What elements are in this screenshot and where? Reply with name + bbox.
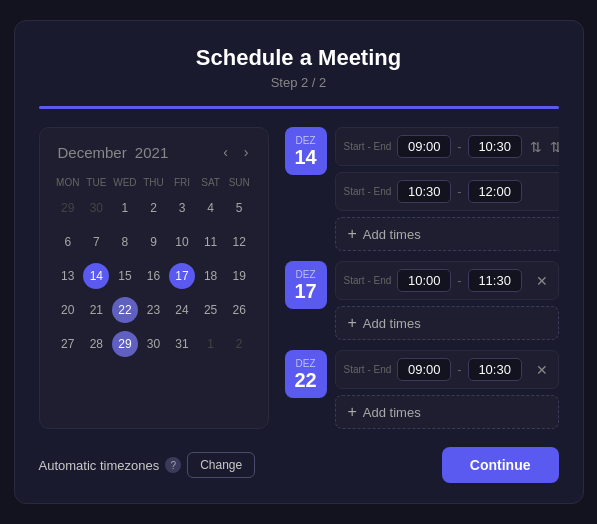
time-row: Start - End-✕ (335, 172, 559, 211)
calendar-day[interactable]: 5 (225, 191, 254, 225)
time-row-actions: ⇅⇅✕ (528, 137, 559, 157)
calendar-day[interactable]: 29 (111, 327, 140, 361)
time-separator: - (457, 273, 461, 288)
calendar-day[interactable]: 27 (54, 327, 83, 361)
continue-button[interactable]: Continue (442, 447, 559, 483)
calendar-prev-button[interactable]: ‹ (218, 142, 233, 162)
help-icon[interactable]: ? (165, 457, 181, 473)
time-label: Start - End (344, 364, 392, 375)
time-row: Start - End-✕ (335, 261, 559, 300)
delete-time-button[interactable]: ✕ (534, 360, 550, 380)
change-button[interactable]: Change (187, 452, 255, 478)
calendar-day[interactable]: 11 (196, 225, 225, 259)
start-time-input[interactable] (397, 180, 451, 203)
calendar-day[interactable]: 2 (225, 327, 254, 361)
calendar-day[interactable]: 12 (225, 225, 254, 259)
time-separator: - (457, 362, 461, 377)
add-times-label: Add times (363, 227, 421, 242)
calendar-day[interactable]: 17 (168, 259, 197, 293)
modal: Schedule a Meeting Step 2 / 2 December 2… (14, 20, 584, 504)
calendar-day[interactable]: 8 (111, 225, 140, 259)
calendar: December 2021 ‹ › MONTUEWEDTHUFRISATSUN … (39, 127, 269, 429)
calendar-day[interactable]: 20 (54, 293, 83, 327)
calendar-day[interactable]: 14 (82, 259, 111, 293)
time-label: Start - End (344, 141, 392, 152)
calendar-weekday-header: MON (54, 174, 83, 191)
calendar-weekday-header: SUN (225, 174, 254, 191)
calendar-day[interactable]: 7 (82, 225, 111, 259)
add-times-label: Add times (363, 405, 421, 420)
calendar-month: December 2021 (54, 144, 169, 161)
calendar-weekday-header: FRI (168, 174, 197, 191)
date-badge: Dez17 (285, 261, 327, 309)
calendar-day[interactable]: 23 (139, 293, 168, 327)
calendar-weekday-header: WED (111, 174, 140, 191)
modal-step: Step 2 / 2 (39, 75, 559, 90)
date-badge: Dez22 (285, 350, 327, 398)
delete-time-button[interactable]: ✕ (534, 271, 550, 291)
add-times-button[interactable]: +Add times (335, 217, 559, 251)
end-time-input[interactable] (468, 358, 522, 381)
calendar-day[interactable]: 30 (82, 191, 111, 225)
calendar-day[interactable]: 19 (225, 259, 254, 293)
calendar-day[interactable]: 1 (196, 327, 225, 361)
calendar-day[interactable]: 1 (111, 191, 140, 225)
progress-bar (39, 106, 559, 109)
date-badge-day: 17 (294, 280, 316, 302)
calendar-day[interactable]: 21 (82, 293, 111, 327)
calendar-day[interactable]: 22 (111, 293, 140, 327)
calendar-next-button[interactable]: › (239, 142, 254, 162)
date-badge-month: Dez (296, 358, 316, 369)
calendar-day[interactable]: 31 (168, 327, 197, 361)
auto-timezone-label: Automatic timezones (39, 458, 160, 473)
calendar-day[interactable]: 10 (168, 225, 197, 259)
add-times-label: Add times (363, 316, 421, 331)
date-group: Dez17Start - End-✕+Add times (285, 261, 559, 340)
start-time-input[interactable] (397, 358, 451, 381)
calendar-day[interactable]: 16 (139, 259, 168, 293)
calendar-day[interactable]: 2 (139, 191, 168, 225)
footer: Automatic timezones ? Change Continue (39, 447, 559, 483)
progress-fill (39, 106, 559, 109)
content-area: December 2021 ‹ › MONTUEWEDTHUFRISATSUN … (39, 127, 559, 429)
time-entries: Start - End-✕+Add times (335, 261, 559, 340)
swap-time-button[interactable]: ⇅ (548, 137, 559, 157)
date-badge-day: 14 (294, 146, 316, 168)
calendar-day[interactable]: 3 (168, 191, 197, 225)
calendar-day[interactable]: 4 (196, 191, 225, 225)
modal-title: Schedule a Meeting (39, 45, 559, 71)
calendar-day[interactable]: 24 (168, 293, 197, 327)
swap-time-button[interactable]: ⇅ (528, 137, 544, 157)
time-label: Start - End (344, 186, 392, 197)
time-row-actions: ✕ (534, 271, 550, 291)
calendar-weekday-header: SAT (196, 174, 225, 191)
calendar-weekday-header: THU (139, 174, 168, 191)
start-time-input[interactable] (397, 269, 451, 292)
calendar-day[interactable]: 28 (82, 327, 111, 361)
time-row: Start - End-⇅⇅✕ (335, 127, 559, 166)
date-group: Dez14Start - End-⇅⇅✕Start - End-✕+Add ti… (285, 127, 559, 251)
date-badge: Dez14 (285, 127, 327, 175)
add-times-button[interactable]: +Add times (335, 306, 559, 340)
calendar-nav: ‹ › (218, 142, 253, 162)
right-panel: Dez14Start - End-⇅⇅✕Start - End-✕+Add ti… (285, 127, 559, 429)
calendar-day[interactable]: 26 (225, 293, 254, 327)
calendar-day[interactable]: 6 (54, 225, 83, 259)
end-time-input[interactable] (468, 180, 522, 203)
calendar-header: December 2021 ‹ › (54, 142, 254, 162)
calendar-day[interactable]: 30 (139, 327, 168, 361)
calendar-day[interactable]: 29 (54, 191, 83, 225)
calendar-day[interactable]: 13 (54, 259, 83, 293)
calendar-day[interactable]: 15 (111, 259, 140, 293)
calendar-day[interactable]: 9 (139, 225, 168, 259)
calendar-grid: MONTUEWEDTHUFRISATSUN 293012345678910111… (54, 174, 254, 361)
calendar-day[interactable]: 25 (196, 293, 225, 327)
time-entries: Start - End-⇅⇅✕Start - End-✕+Add times (335, 127, 559, 251)
add-times-button[interactable]: +Add times (335, 395, 559, 429)
calendar-day[interactable]: 18 (196, 259, 225, 293)
time-separator: - (457, 184, 461, 199)
end-time-input[interactable] (468, 269, 522, 292)
end-time-input[interactable] (468, 135, 522, 158)
date-group: Dez22Start - End-✕+Add times (285, 350, 559, 429)
start-time-input[interactable] (397, 135, 451, 158)
